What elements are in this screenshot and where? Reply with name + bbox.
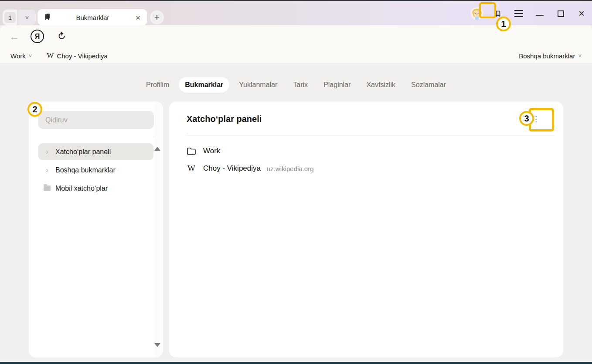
browser-window: 1 ˅ Bukmarklar × + xyxy=(0,0,592,364)
plus-icon: + xyxy=(154,12,160,23)
chevron-right-icon: › xyxy=(44,148,51,156)
tree-item-label: Boshqa bukmarklar xyxy=(55,166,116,174)
window-maximize-button[interactable] xyxy=(550,3,571,24)
bookmark-label: Work xyxy=(203,147,220,155)
tree-item-mobil-xatchoplar[interactable]: Mobil xatchoʻplar xyxy=(38,180,153,197)
yandex-logo: Я xyxy=(35,33,40,40)
tab-counter-value: 1 xyxy=(4,12,16,23)
chevron-down-icon: ˅ xyxy=(29,53,32,59)
maximize-icon xyxy=(558,10,564,17)
tab-yuklanmalar[interactable]: Yuklanmalar xyxy=(233,77,283,93)
bookmarks-bar: Work ˅ W Choy - Vikipediya Boshqa bukmar… xyxy=(0,49,592,63)
active-tab[interactable]: Bukmarklar × xyxy=(37,9,147,26)
folder-icon xyxy=(44,185,51,191)
annotation-circle-2: 2 xyxy=(27,102,42,117)
bookmarks-sidebar: › Xatchoʻplar paneli › Boshqa bukmarklar… xyxy=(29,101,163,357)
list-item-work[interactable]: Work xyxy=(187,142,546,160)
work-folder-label: Work xyxy=(10,52,26,60)
back-button[interactable]: ← xyxy=(7,29,22,44)
browser-menu-button[interactable] xyxy=(508,3,529,24)
bookmarks-bar-link-choy[interactable]: W Choy - Vikipediya xyxy=(47,51,108,60)
divider xyxy=(187,135,555,135)
bookmark-url: uz.wikipedia.org xyxy=(267,165,314,172)
bookmark-list: Work W Choy - Vikipediya uz.wikipedia.or… xyxy=(187,142,546,177)
tab-title: Bukmarklar xyxy=(51,14,134,21)
refresh-button[interactable]: ↻ xyxy=(51,26,72,47)
folder-icon xyxy=(187,147,196,155)
annotation-box-1 xyxy=(479,2,496,18)
tab-sozlamalar[interactable]: Sozlamalar xyxy=(405,77,452,93)
search-input[interactable] xyxy=(38,111,154,129)
sidebar-scrollbar[interactable] xyxy=(155,101,163,357)
wikipedia-favicon: W xyxy=(187,164,196,173)
tree-item-boshqa-bukmarklar[interactable]: › Boshqa bukmarklar xyxy=(38,162,153,179)
list-item-choy-vikipediya[interactable]: W Choy - Vikipediya uz.wikipedia.org xyxy=(187,160,546,177)
annotation-circle-1: 1 xyxy=(496,17,511,31)
other-bookmarks-label: Boshqa bukmarklar xyxy=(519,52,575,60)
window-minimize-button[interactable] xyxy=(529,3,550,24)
new-tab-button[interactable]: + xyxy=(150,10,164,24)
tab-close-button[interactable]: × xyxy=(134,13,142,23)
tree-item-xatchoplar-paneli[interactable]: › Xatchoʻplar paneli xyxy=(38,143,153,160)
tab-group-controls: 1 ˅ xyxy=(3,10,36,25)
minimize-icon xyxy=(536,15,544,16)
back-arrow-icon: ← xyxy=(9,30,20,43)
tab-tarix[interactable]: Tarix xyxy=(287,77,314,93)
annotation-circle-3: 3 xyxy=(519,111,534,126)
scroll-up-arrow[interactable] xyxy=(154,147,160,151)
bookmark-label: Choy - Vikipediya xyxy=(203,164,261,173)
bookmarks-favicon-icon xyxy=(43,13,51,22)
tree-item-label: Mobil xatchoʻplar xyxy=(55,185,108,192)
bookmark-link-label: Choy - Vikipediya xyxy=(57,52,107,60)
tree-item-label: Xatchoʻplar paneli xyxy=(55,148,111,156)
tab-list-dropdown[interactable]: ˅ xyxy=(18,10,36,25)
scroll-down-arrow[interactable] xyxy=(154,343,160,347)
chevron-down-icon: ˅ xyxy=(578,53,582,59)
tab-profilim[interactable]: Profilim xyxy=(140,77,175,93)
divider xyxy=(38,137,154,137)
bookmarks-page: Profilim Bukmarklar Yuklanmalar Tarix Pl… xyxy=(0,63,592,364)
refresh-icon: ↻ xyxy=(54,29,68,43)
bookmarks-main-panel: Xatchoʻplar paneli ⋮ Work W Choy - Vikip… xyxy=(169,101,563,357)
close-icon: × xyxy=(578,8,585,19)
hamburger-icon xyxy=(514,8,523,19)
chevron-down-icon: ˅ xyxy=(25,14,29,21)
bookmarks-bar-folder-work[interactable]: Work ˅ xyxy=(10,52,32,60)
wikipedia-favicon: W xyxy=(47,51,54,60)
settings-nav-tabs: Profilim Bukmarklar Yuklanmalar Tarix Pl… xyxy=(0,77,592,93)
tab-xavfsizlik[interactable]: Xavfsizlik xyxy=(360,77,401,93)
window-close-button[interactable]: × xyxy=(571,3,592,24)
tab-plaginlar[interactable]: Plaginlar xyxy=(317,77,357,93)
tab-counter-button[interactable]: 1 xyxy=(3,10,17,25)
window-bottom-edge xyxy=(0,362,592,364)
tab-bukmarklar[interactable]: Bukmarklar xyxy=(179,77,229,93)
folder-tree: › Xatchoʻplar paneli › Boshqa bukmarklar… xyxy=(38,143,153,197)
yandex-home-button[interactable]: Я xyxy=(31,30,44,43)
panel-title: Xatchoʻplar paneli xyxy=(187,114,262,124)
chevron-right-icon: › xyxy=(44,166,51,175)
other-bookmarks-button[interactable]: Boshqa bukmarklar ˅ xyxy=(519,52,582,60)
